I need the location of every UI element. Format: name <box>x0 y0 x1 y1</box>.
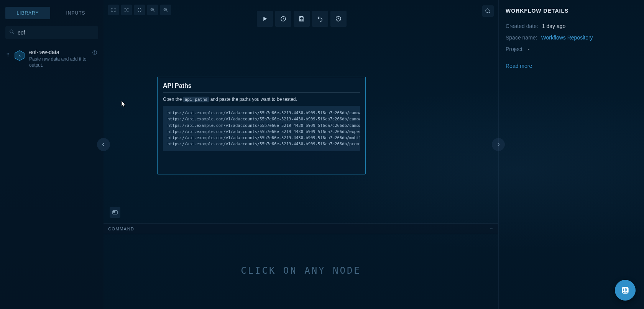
search-icon <box>9 29 18 36</box>
svg-rect-25 <box>626 289 627 291</box>
svg-rect-21 <box>113 211 115 212</box>
read-more-link[interactable]: Read more <box>506 63 532 69</box>
node-desc-chip: api-paths <box>183 97 209 102</box>
svg-rect-17 <box>301 19 303 21</box>
chevron-down-icon <box>489 225 494 232</box>
svg-line-1 <box>13 33 14 34</box>
workflow-canvas[interactable]: API Paths Open the api-paths and paste t… <box>104 0 498 224</box>
library-item-desc: Paste raw data and add it to output. <box>29 56 88 68</box>
run-controls <box>257 11 347 27</box>
detail-created-value: 1 day ago <box>542 23 566 29</box>
command-panel-body: CLICK ON ANY NODE <box>104 234 498 307</box>
node-hex-icon: × <box>14 50 25 61</box>
svg-point-18 <box>486 9 489 12</box>
fullscreen-button[interactable] <box>108 5 119 15</box>
canvas-tool-row <box>108 5 171 15</box>
svg-point-6 <box>95 51 95 52</box>
fit-button[interactable] <box>134 5 145 15</box>
svg-point-0 <box>10 30 13 33</box>
details-heading: WORKFLOW DETAILS <box>506 8 636 14</box>
detail-project-value: - <box>527 46 529 52</box>
zoom-out-button[interactable] <box>160 5 171 15</box>
save-button[interactable] <box>294 11 310 27</box>
workflow-details-panel: WORKFLOW DETAILS Created date: 1 day ago… <box>498 0 644 309</box>
play-button[interactable] <box>257 11 273 27</box>
node-desc-pre: Open the <box>163 97 183 102</box>
sidebar-tabs: LIBRARY INPUTS <box>5 7 98 19</box>
minimap-toggle-button[interactable] <box>110 207 120 218</box>
library-item[interactable]: ⠿ × eof-raw-data Paste raw data and add … <box>5 48 98 70</box>
shuffle-button[interactable] <box>121 5 132 15</box>
detail-created-row: Created date: 1 day ago <box>506 23 636 29</box>
canvas-search-button[interactable] <box>482 5 494 17</box>
node-api-paths[interactable]: API Paths Open the api-paths and paste t… <box>157 77 366 174</box>
canvas-prev-button[interactable] <box>97 138 110 151</box>
node-desc-post: and paste the paths you want to be teste… <box>209 97 297 102</box>
hint-text: CLICK ON ANY NODE <box>241 265 361 276</box>
svg-text:×: × <box>18 53 21 58</box>
library-search[interactable] <box>5 26 98 39</box>
info-icon[interactable] <box>92 50 97 56</box>
chat-launcher-button[interactable] <box>615 280 636 301</box>
command-panel-header[interactable]: COMMAND <box>104 224 498 234</box>
drag-handle-icon[interactable]: ⠿ <box>6 53 10 58</box>
detail-project-row: Project: - <box>506 46 636 52</box>
tab-inputs[interactable]: INPUTS <box>53 7 98 19</box>
svg-rect-16 <box>301 16 303 18</box>
library-item-text: eof-raw-data Paste raw data and add it t… <box>29 49 88 68</box>
svg-marker-14 <box>263 17 267 21</box>
svg-rect-24 <box>625 288 626 292</box>
svg-rect-23 <box>623 289 624 291</box>
detail-project-label: Project: <box>506 46 524 52</box>
library-item-title: eof-raw-data <box>29 49 88 55</box>
search-input[interactable] <box>18 30 94 36</box>
schedule-button[interactable] <box>275 11 291 27</box>
node-title: API Paths <box>163 82 360 93</box>
history-button[interactable] <box>330 11 347 27</box>
undo-button[interactable] <box>312 11 328 27</box>
tab-library[interactable]: LIBRARY <box>5 7 50 19</box>
zoom-in-button[interactable] <box>147 5 158 15</box>
svg-line-8 <box>153 10 154 12</box>
command-label: COMMAND <box>108 227 489 231</box>
library-sidebar: LIBRARY INPUTS ⠿ × eof-raw-data Paste ra… <box>0 0 104 309</box>
detail-space-row: Space name: Workflows Repository <box>506 35 636 41</box>
detail-space-value[interactable]: Workflows Repository <box>541 35 593 41</box>
detail-space-label: Space name: <box>506 35 537 41</box>
svg-line-12 <box>166 10 167 12</box>
node-description: Open the api-paths and paste the paths y… <box>163 97 360 102</box>
detail-created-label: Created date: <box>506 23 538 29</box>
node-code-block[interactable]: https://api.example.com/v1/adaccounts/55… <box>163 106 360 151</box>
svg-line-19 <box>489 12 490 13</box>
